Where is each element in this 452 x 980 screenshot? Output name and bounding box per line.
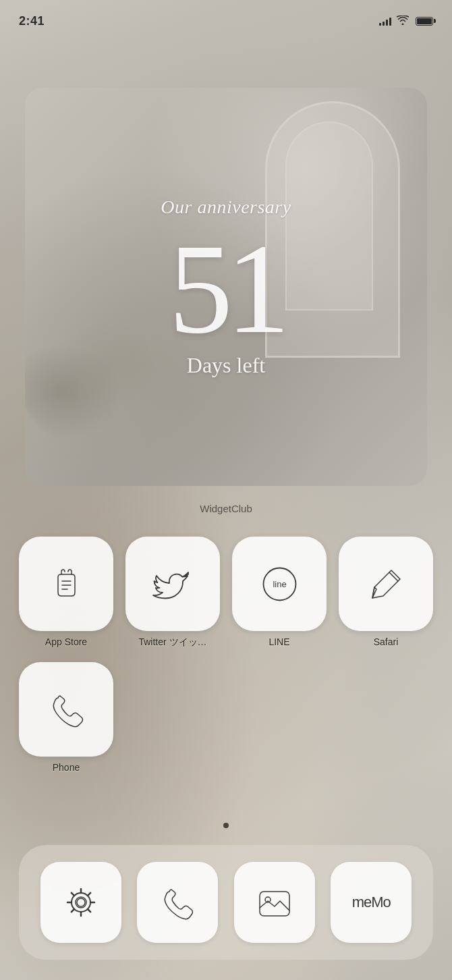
widget-title: Our anniversary — [161, 196, 291, 218]
twitter-icon — [125, 537, 220, 631]
wifi-icon — [397, 16, 409, 27]
page-dot-active — [223, 823, 229, 828]
app-store-label: App Store — [45, 636, 87, 647]
phone-item[interactable]: Phone — [19, 662, 113, 773]
safari-icon — [339, 537, 433, 631]
dock: meMo — [19, 845, 433, 960]
svg-point-10 — [77, 898, 85, 906]
app-store-icon — [19, 537, 113, 631]
line-label: LINE — [269, 636, 289, 647]
settings-icon — [40, 862, 121, 943]
safari-label: Safari — [374, 636, 399, 647]
anniversary-widget[interactable]: Our anniversary 51 Days left — [25, 88, 427, 486]
page-dots — [223, 823, 229, 828]
phone-label: Phone — [53, 762, 80, 773]
battery-icon — [416, 17, 433, 26]
status-icons — [379, 16, 433, 27]
svg-line-7 — [389, 572, 398, 581]
safari-item[interactable]: Safari — [339, 537, 433, 649]
dock-settings[interactable] — [40, 862, 121, 943]
dock-memo[interactable]: meMo — [331, 862, 412, 943]
app-grid: App Store Twitter ツイッ… line LINE — [0, 537, 452, 786]
dock-photos[interactable] — [234, 862, 315, 943]
line-icon: line — [232, 537, 327, 631]
dock-memo-icon: meMo — [331, 862, 412, 943]
memo-text: meMo — [352, 894, 391, 911]
signal-icon — [379, 16, 391, 26]
line-item[interactable]: line LINE — [232, 537, 327, 649]
dock-phone-icon — [137, 862, 218, 943]
twitter-item[interactable]: Twitter ツイッ… — [125, 537, 220, 649]
status-time: 2:41 — [19, 14, 45, 28]
widget-subtitle: Days left — [187, 353, 265, 378]
app-row-2: Phone — [19, 662, 433, 773]
dock-photos-icon — [234, 862, 315, 943]
status-bar: 2:41 — [0, 0, 452, 34]
twitter-label: Twitter ツイッ… — [138, 636, 206, 649]
widget-number: 51 — [169, 225, 283, 353]
phone-icon — [19, 662, 113, 757]
app-row-1: App Store Twitter ツイッ… line LINE — [19, 537, 433, 649]
dock-phone[interactable] — [137, 862, 218, 943]
app-store-item[interactable]: App Store — [19, 537, 113, 649]
svg-text:line: line — [273, 579, 286, 589]
widget-club-label: WidgetClub — [200, 503, 252, 514]
svg-point-9 — [72, 893, 90, 912]
